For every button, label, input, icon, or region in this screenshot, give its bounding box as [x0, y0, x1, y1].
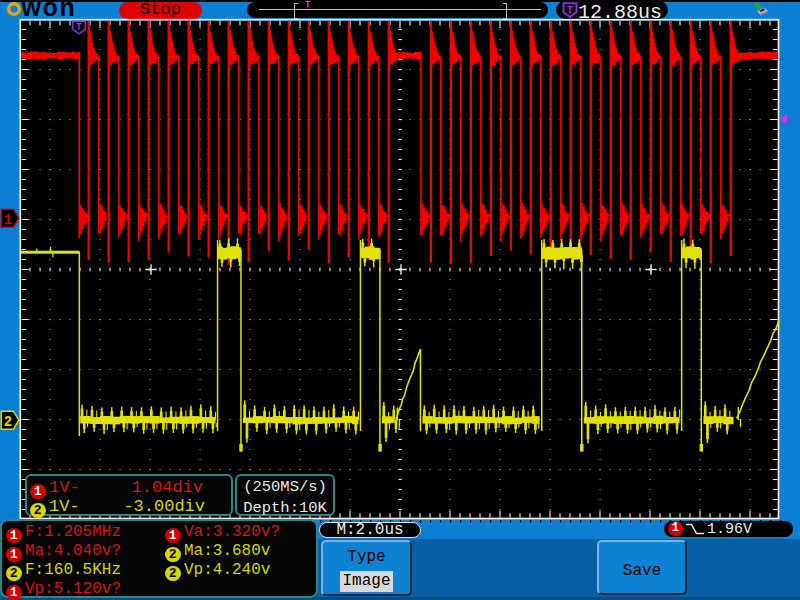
svg-text:2: 2 — [4, 414, 12, 430]
svg-text:T: T — [76, 21, 82, 33]
svg-text:1: 1 — [4, 212, 12, 228]
